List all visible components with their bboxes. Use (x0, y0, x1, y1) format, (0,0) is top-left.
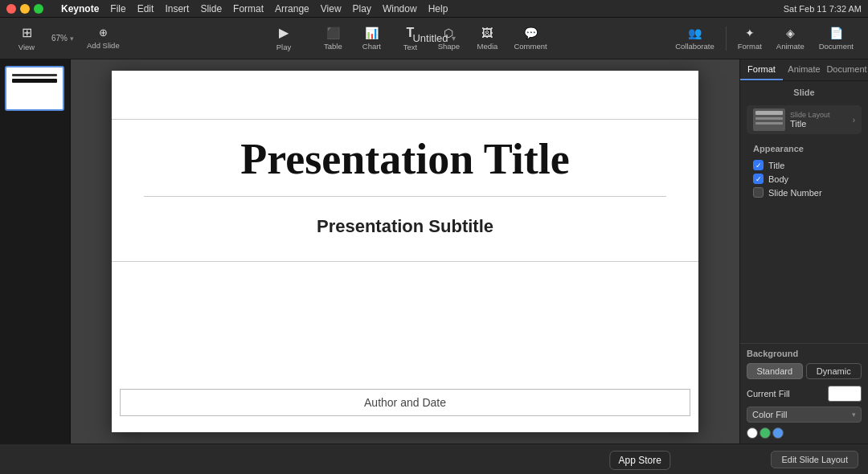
tab-animate[interactable]: Animate (783, 59, 825, 80)
panel-section-title: Slide (740, 81, 868, 100)
slide-thumbnail[interactable]: Title (5, 66, 64, 111)
document-icon: 📄 (829, 27, 843, 39)
slide-panel: Title (0, 59, 71, 443)
layout-info: Slide Layout Title (785, 111, 853, 129)
media-icon: 🖼 (481, 27, 493, 39)
dynamic-bg-button[interactable]: Dynamic (806, 363, 862, 379)
menu-help[interactable]: Help (428, 3, 448, 14)
document-button[interactable]: 📄 Document (813, 23, 860, 54)
canvas-area[interactable]: Presentation Title Presentation Subtitle… (71, 59, 739, 443)
comment-icon: 💬 (524, 27, 538, 39)
chart-label: Chart (362, 42, 381, 51)
standard-bg-button[interactable]: Standard (747, 363, 803, 379)
background-title: Background (747, 344, 862, 363)
menu-play[interactable]: Play (353, 3, 371, 14)
animate-button[interactable]: ◈ Animate (770, 23, 811, 54)
toolbar-right-group: 👥 Collaborate ✦ Format ◈ Animate 📄 Docum… (669, 23, 860, 54)
media-button[interactable]: 🖼 Media (469, 23, 506, 54)
fill-swatch[interactable] (828, 386, 862, 402)
menu-window[interactable]: Window (383, 3, 417, 14)
chart-button[interactable]: 📊 Chart (353, 23, 390, 54)
layout-value: Title (790, 119, 853, 129)
slide-thumb-inner: Title (7, 68, 62, 108)
tab-document[interactable]: Document (825, 59, 868, 80)
current-fill-label: Current Fill (747, 389, 790, 398)
layout-label: Slide Layout (790, 111, 853, 119)
color-dot-blue[interactable] (772, 427, 784, 439)
title-checkbox-label: Title (768, 161, 784, 170)
body-checkbox-label: Body (768, 174, 788, 184)
color-dot-green[interactable] (760, 427, 771, 439)
slide-subtitle[interactable]: Presentation Subtitle (144, 216, 666, 237)
menubar: Keynote File Edit Insert Slide Format Ar… (0, 0, 868, 18)
fill-type-label: Color Fill (752, 410, 787, 419)
current-fill-row: Current Fill (747, 386, 862, 402)
fill-dropdown-chevron-icon: ▾ (852, 411, 856, 419)
title-checkbox[interactable] (753, 160, 764, 170)
collaborate-button[interactable]: 👥 Collaborate (669, 23, 721, 54)
appstore-tooltip: App Store (610, 451, 670, 470)
slide-number-checkbox-row: Slide Number (753, 186, 855, 199)
title-checkbox-row: Title (753, 158, 855, 172)
slide-footer[interactable]: Author and Date (120, 389, 690, 416)
color-dot-white[interactable] (747, 427, 758, 439)
document-label: Document (819, 42, 854, 51)
table-button[interactable]: ⬛ Table (314, 23, 351, 54)
main-layout: Title Presentation Title Presentation Su… (0, 59, 868, 443)
slide-number-checkbox[interactable] (753, 187, 764, 198)
slide-layout-row[interactable]: Slide Layout Title › (747, 105, 862, 134)
format-icon: ✦ (745, 27, 755, 39)
edit-layout-button[interactable]: Edit Slide Layout (771, 451, 858, 468)
menu-insert[interactable]: Insert (165, 3, 189, 14)
appearance-section: Appearance Title Body Slide Number (747, 141, 862, 204)
traffic-lights (6, 4, 43, 14)
shape-button[interactable]: ⬡ Shape (430, 23, 467, 54)
layout-chevron-icon: › (853, 116, 855, 125)
shape-icon: ⬡ (444, 27, 453, 39)
play-icon: ▶ (279, 25, 289, 40)
text-label: Text (403, 43, 417, 51)
text-icon: T (407, 26, 415, 40)
body-checkbox-row: Body (753, 172, 855, 186)
fill-type-dropdown[interactable]: Color Fill ▾ (747, 407, 862, 423)
play-button[interactable]: ▶ Play (265, 22, 302, 55)
chart-icon: 📊 (365, 27, 379, 39)
animate-icon: ◈ (786, 27, 795, 39)
maximize-button[interactable] (34, 4, 43, 14)
slide-footer-text: Author and Date (364, 396, 446, 409)
tab-format[interactable]: Format (740, 59, 783, 80)
collaborate-icon: 👥 (688, 27, 702, 39)
menubar-right: Sat Feb 11 7:32 AM (784, 4, 862, 14)
slide-title[interactable]: Presentation Title (144, 136, 666, 183)
menu-arrange[interactable]: Arrange (275, 3, 309, 14)
toolbar-center-group: ⬛ Table 📊 Chart T Text ⬡ Shape 🖼 Media 💬… (314, 22, 553, 55)
right-panel: Format Animate Document Slide Slide Layo… (739, 59, 868, 443)
menu-format[interactable]: Format (233, 3, 264, 14)
comment-button[interactable]: 💬 Comment (507, 23, 553, 54)
minimize-button[interactable] (20, 4, 30, 14)
menu-view[interactable]: View (321, 3, 342, 14)
animate-label: Animate (776, 42, 805, 51)
shape-label: Shape (438, 42, 460, 51)
panel-tabs: Format Animate Document (740, 59, 868, 81)
text-button[interactable]: T Text (391, 22, 428, 55)
menu-edit[interactable]: Edit (137, 3, 154, 14)
close-button[interactable] (6, 4, 16, 14)
layout-line-3 (755, 122, 783, 125)
slide-canvas[interactable]: Presentation Title Presentation Subtitle… (112, 71, 698, 432)
slide-number-checkbox-label: Slide Number (768, 188, 822, 198)
bottom-bar: Edit Slide Layout (0, 443, 868, 474)
collaborate-label: Collaborate (675, 42, 714, 51)
format-button[interactable]: ✦ Format (731, 23, 768, 54)
comment-label: Comment (514, 42, 547, 51)
menu-slide[interactable]: Slide (200, 3, 222, 14)
body-checkbox[interactable] (753, 174, 764, 184)
background-buttons: Standard Dynamic (747, 363, 862, 379)
layout-line-2 (755, 117, 783, 120)
play-label: Play (276, 43, 291, 51)
appearance-title: Appearance (753, 141, 855, 158)
menu-file[interactable]: File (110, 3, 125, 14)
slide-title-box[interactable]: Presentation Title Presentation Subtitle (112, 119, 698, 262)
color-dots (747, 427, 862, 439)
media-label: Media (477, 42, 497, 51)
